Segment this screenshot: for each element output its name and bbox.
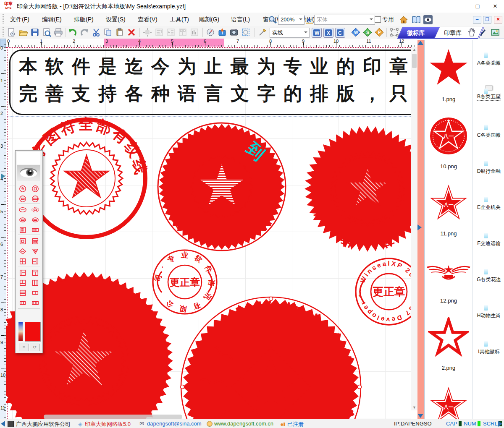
bottom-band-template[interactable] (18, 278, 28, 287)
save-button[interactable] (30, 28, 39, 37)
category-five-stars[interactable]: B各类五星 (473, 85, 504, 100)
category-other[interactable]: I其他徽标 (473, 340, 504, 355)
category-party-emblems[interactable]: A各类党徽 (473, 52, 504, 67)
insert-image-icon[interactable] (491, 28, 500, 37)
gradient-strip[interactable] (18, 322, 23, 341)
category-borders[interactable]: G各类花边 (473, 268, 504, 283)
line-style-icon[interactable] (258, 28, 267, 37)
logo-thumb-12[interactable] (425, 261, 472, 285)
book-icon[interactable] (412, 15, 421, 24)
mdi-minimize-button[interactable]: – (473, 16, 481, 23)
redo-button[interactable] (80, 28, 89, 37)
palette-card-button[interactable]: ≡ (19, 344, 29, 351)
triangle-template[interactable] (30, 247, 40, 256)
design-canvas[interactable]: 本 软 件 是 迄 今 为 止 最 为 专 业 的 印 章 设 完 善 支 持 … (6, 47, 411, 419)
toolbar-grip[interactable] (3, 27, 4, 37)
splitter-middle-arrow-icon[interactable] (417, 224, 422, 230)
cut-button[interactable] (92, 28, 101, 37)
print-button[interactable] (54, 28, 63, 37)
ellipse-dotted-template[interactable] (30, 205, 40, 214)
measure-tool-button[interactable] (206, 28, 215, 37)
status-email[interactable]: dapengsoft@sina.com (147, 420, 202, 427)
vertical-split-template[interactable] (30, 278, 40, 287)
right-column-template[interactable] (30, 257, 40, 266)
two-cell-template[interactable] (30, 288, 40, 298)
template-palette[interactable]: ≡ ⟳ (15, 150, 43, 353)
vertical-ruler-marker[interactable] (1, 173, 5, 179)
splitter-top-arrow-icon[interactable] (417, 41, 423, 45)
zoom-level-combobox[interactable]: 200% (278, 15, 304, 25)
category-zodiac[interactable]: H动物生肖 (473, 304, 504, 319)
grid-wide-template[interactable] (30, 225, 40, 235)
logo-thumb-10[interactable]: 八一 (428, 115, 469, 157)
mdi-close-button[interactable]: × (494, 16, 502, 23)
menu-file[interactable]: 文件(F) (6, 13, 34, 26)
align-lines-button[interactable] (155, 28, 164, 37)
top-band-template[interactable] (30, 268, 40, 277)
menubar-grip[interactable] (3, 14, 4, 24)
category-enterprise[interactable]: E企业机关 (473, 196, 504, 211)
filetype-word-icon[interactable]: W (351, 28, 360, 37)
palette-refresh-button[interactable]: ⟳ (30, 344, 40, 351)
logo-label-1[interactable]: 1.png (425, 96, 472, 102)
panel-splitter-strip[interactable] (417, 40, 424, 419)
ruler-settings-button[interactable] (178, 28, 187, 37)
logo-label-12[interactable]: 12.png (425, 298, 472, 304)
nested-square-template[interactable] (18, 237, 28, 246)
scroll-up-arrow[interactable]: ▲ (411, 47, 417, 52)
capture-button[interactable] (229, 28, 239, 37)
canvas-vertical-scrollbar[interactable]: ▲ ▼ (411, 47, 417, 410)
open-file-button[interactable] (18, 28, 28, 37)
current-color-swatch[interactable] (25, 322, 41, 342)
print-preview-button[interactable] (42, 28, 51, 37)
export-word-button[interactable]: W (312, 28, 322, 38)
seal-mongolian-serrated[interactable]: 空 蒙 到 木 怕 日 三 (155, 120, 289, 254)
circle-widebar-template[interactable] (30, 194, 40, 204)
logo-thumb-partial[interactable]: 八一 (428, 385, 469, 419)
logo-label-11[interactable]: 11.png (425, 230, 472, 237)
delete-button[interactable] (127, 28, 136, 37)
category-transport[interactable]: F交通运输 (473, 232, 504, 247)
status-back-arrow-icon[interactable] (1, 421, 5, 428)
oval-lines-template[interactable] (30, 215, 40, 224)
seal-mongolian-large[interactable]: 排版蒙文十分方便 (178, 295, 363, 419)
logo-label-10[interactable]: 10.png (425, 163, 472, 170)
status-forward-arrow-icon[interactable] (498, 421, 502, 428)
menu-tools[interactable]: 工具(T) (165, 13, 193, 26)
logo-thumb-11[interactable]: 八一 (428, 183, 469, 224)
line-style-combobox[interactable]: 实线 (270, 28, 310, 38)
menu-edit[interactable]: 编辑(E) (38, 13, 66, 26)
logo-thumb-1[interactable] (428, 47, 469, 89)
filetype-sheet-icon[interactable]: S (363, 28, 372, 37)
circle-hbar-template[interactable] (18, 194, 28, 204)
banner-text-object[interactable]: 本 软 件 是 迄 今 为 止 最 为 专 业 的 印 章 设 完 善 支 持 … (9, 50, 411, 115)
indent-button[interactable] (166, 28, 176, 37)
grid-square-template[interactable] (18, 225, 28, 235)
vertical-scrollbar-thumb[interactable] (412, 54, 417, 68)
menu-engrave[interactable]: 雕刻(G) (195, 13, 223, 26)
category-national-emblems[interactable]: C各类国徽 (473, 124, 504, 139)
circle-column-template[interactable] (30, 184, 40, 193)
circle-star-template[interactable] (18, 184, 28, 193)
split-top-template[interactable] (30, 237, 40, 246)
export-wps-button[interactable]: C (335, 28, 345, 38)
left-column-template[interactable] (18, 268, 28, 277)
horizontal-split-template[interactable] (18, 288, 28, 298)
seal-border-teeth[interactable]: 纹 外 边 框 花 齿 内 边 (302, 124, 411, 254)
launch-tool-button[interactable] (218, 28, 227, 37)
menu-settings[interactable]: 设置(S) (102, 13, 130, 26)
three-cell-template[interactable] (18, 298, 28, 308)
undo-button[interactable] (68, 28, 77, 37)
logo-label-2[interactable]: 2.png (425, 365, 472, 371)
grid-2x2-template[interactable] (18, 257, 28, 266)
horizontal-scrollbar-thumb[interactable] (44, 415, 182, 419)
transform-selection-button[interactable] (390, 28, 399, 37)
scroll-down-arrow[interactable]: ▼ (411, 405, 417, 410)
font-tool-icon[interactable]: A (305, 15, 314, 24)
window-maximize-button[interactable]: □ (469, 0, 486, 13)
splitter-bottom-arrow-icon[interactable] (417, 414, 423, 418)
status-website[interactable]: www.dapengsoft.com.cn (214, 420, 273, 427)
zoom-tool-icon[interactable] (268, 15, 277, 24)
logo-thumb-2[interactable] (428, 317, 469, 358)
ellipse-gauge-template[interactable] (18, 205, 28, 214)
